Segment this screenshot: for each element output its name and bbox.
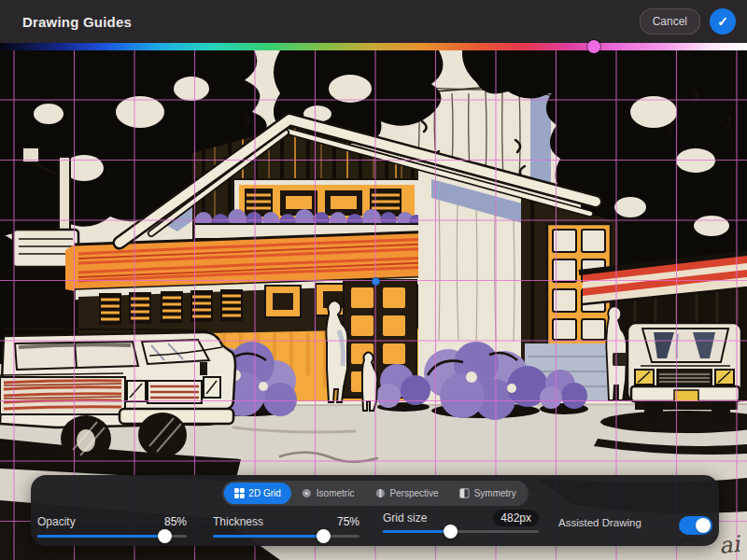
station-wagon [0, 329, 241, 482]
thickness-label: Thickness [213, 515, 263, 528]
grid-size-slider-thumb[interactable] [444, 525, 458, 539]
top-bar: Drawing Guides Cancel ✓ [0, 0, 747, 43]
grid-size-label: Grid size [383, 511, 427, 525]
thickness-value: 75% [337, 515, 359, 528]
assisted-drawing-row: Assisted Drawing [558, 517, 641, 528]
cancel-button[interactable]: Cancel [640, 8, 700, 35]
opacity-slider-thumb[interactable] [158, 529, 172, 543]
tab-symmetry[interactable]: Symmetry [449, 483, 527, 504]
perspective-icon [374, 488, 385, 498]
grid-color-handle[interactable] [587, 40, 600, 53]
thickness-slider[interactable] [213, 535, 359, 538]
assisted-drawing-label: Assisted Drawing [558, 517, 641, 528]
opacity-slider-group: Opacity 85% [37, 514, 187, 538]
guide-type-segmented-control: 2D Grid Isometric Perspective Symmetry [221, 481, 528, 506]
thickness-slider-thumb[interactable] [317, 529, 331, 543]
opacity-slider[interactable] [37, 535, 187, 538]
grid-icon [233, 488, 244, 498]
grid-color-slider[interactable] [0, 43, 747, 50]
toggle-knob [696, 518, 711, 533]
done-button[interactable]: ✓ [710, 8, 736, 35]
grid-size-slider-group: Grid size 482px [383, 511, 539, 533]
drawing-guides-screen: ai Drawing Guides Cancel ✓ 2D Grid [0, 0, 747, 560]
tab-isometric[interactable]: Isometric [291, 483, 365, 504]
opacity-value: 85% [164, 515, 187, 528]
assisted-drawing-toggle[interactable] [679, 516, 712, 535]
symmetry-icon [459, 488, 470, 498]
grid-size-slider[interactable] [383, 530, 539, 533]
checkmark-icon: ✓ [717, 14, 728, 29]
drawing-guides-panel: 2D Grid Isometric Perspective Symmetry [31, 475, 719, 546]
grid-size-value[interactable]: 482px [493, 510, 539, 526]
tab-2d-grid[interactable]: 2D Grid [223, 483, 290, 504]
tab-perspective[interactable]: Perspective [364, 483, 448, 504]
thickness-slider-group: Thickness 75% [213, 514, 359, 538]
grid-origin-handle[interactable] [372, 277, 380, 286]
isometric-icon [302, 488, 312, 498]
artist-signature: ai [718, 531, 741, 559]
page-title: Drawing Guides [22, 14, 132, 30]
opacity-label: Opacity [37, 515, 76, 528]
